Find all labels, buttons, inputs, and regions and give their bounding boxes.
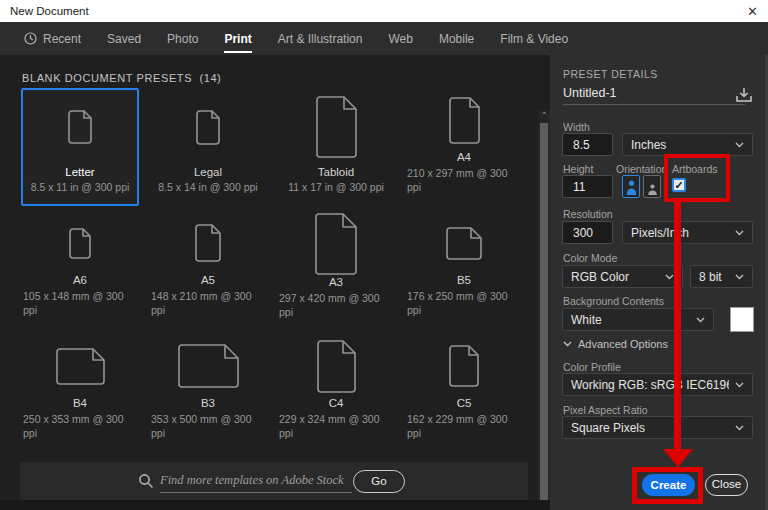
- page-icon: [407, 90, 521, 150]
- page-icon: [279, 213, 393, 275]
- tab-photo[interactable]: Photo: [167, 22, 198, 55]
- resolution-input[interactable]: 300: [562, 221, 613, 244]
- color-mode-label: Color Mode: [563, 252, 617, 264]
- tab-label: Mobile: [439, 32, 474, 46]
- save-preset-icon[interactable]: [734, 85, 754, 109]
- preset-card-tabloid[interactable]: Tabloid11 x 17 in @ 300 ppi: [277, 88, 395, 206]
- portrait-icon: [626, 180, 637, 195]
- landscape-icon: [647, 184, 658, 195]
- unit-dropdown[interactable]: Inches: [622, 133, 753, 156]
- width-input[interactable]: 8.5: [562, 133, 613, 156]
- preset-dims: 210 x 297 mm @ 300 ppi: [407, 166, 521, 195]
- preset-name: B5: [457, 273, 471, 289]
- tab-label: Recent: [43, 32, 81, 46]
- orientation-label: Orientation: [616, 163, 667, 175]
- preset-name: A3: [329, 275, 343, 291]
- scrollbar-vertical[interactable]: ⌃: [538, 111, 550, 510]
- tab-art-illustration[interactable]: Art & Illustration: [278, 22, 363, 55]
- chevron-down-icon: [735, 230, 744, 236]
- document-name-field[interactable]: Untitled-1: [563, 83, 745, 105]
- tab-label: Saved: [107, 32, 141, 46]
- color-profile-dropdown[interactable]: Working RGB: sRGB IEC61966-2.1: [562, 373, 753, 396]
- tab-label: Print: [224, 32, 251, 46]
- preset-card-c4[interactable]: C4229 x 324 mm @ 300 ppi: [277, 334, 395, 452]
- chevron-down-icon: [735, 382, 744, 388]
- chevron-down-icon: [735, 274, 744, 280]
- close-window-icon[interactable]: ✕: [747, 5, 758, 18]
- preset-details-panel: PRESET DETAILS Untitled-1 Width 8.5 Inch…: [550, 55, 768, 510]
- annotation-box-create: [632, 467, 703, 504]
- preset-dims: 353 x 500 mm @ 300 ppi: [151, 412, 265, 441]
- orientation-portrait-button[interactable]: [622, 175, 640, 198]
- preset-name: A6: [73, 273, 87, 289]
- tab-web[interactable]: Web: [388, 22, 412, 55]
- height-input[interactable]: 11: [562, 175, 613, 198]
- pixel-aspect-ratio-label: Pixel Aspect Ratio: [563, 404, 648, 416]
- tab-label: Photo: [167, 32, 198, 46]
- preset-card-b4[interactable]: B4250 x 353 mm @ 300 ppi: [21, 334, 139, 452]
- page-icon: [279, 336, 393, 396]
- color-mode-dropdown[interactable]: RGB Color: [562, 265, 683, 288]
- page-icon: [279, 90, 393, 165]
- bit-depth-dropdown[interactable]: 8 bit: [690, 265, 753, 288]
- preset-card-b5[interactable]: B5176 x 250 mm @ 300 ppi: [405, 211, 523, 329]
- unit-value: Inches: [631, 138, 666, 152]
- page-icon: [407, 213, 521, 273]
- preset-dims: 148 x 210 mm @ 300 ppi: [151, 289, 265, 318]
- chevron-down-icon: [735, 142, 744, 148]
- window-title: New Document: [10, 5, 89, 17]
- page-icon: [151, 213, 265, 273]
- page-icon: [23, 336, 137, 396]
- preset-dims: 297 x 420 mm @ 300 ppi: [279, 291, 393, 320]
- title-bar: New Document ✕: [0, 0, 768, 22]
- go-button[interactable]: Go: [353, 470, 405, 493]
- background-contents-dropdown[interactable]: White: [562, 308, 714, 331]
- tab-bar: RecentSavedPhotoPrintArt & IllustrationW…: [0, 22, 768, 55]
- page-icon: [23, 90, 137, 165]
- page-icon: [23, 213, 137, 273]
- orientation-landscape-button[interactable]: [643, 175, 661, 198]
- chevron-down-icon: [563, 341, 572, 347]
- scroll-up-icon[interactable]: ⌃: [540, 112, 548, 120]
- resolution-unit-dropdown[interactable]: Pixels/Inch: [622, 221, 753, 244]
- preset-card-a3[interactable]: A3297 x 420 mm @ 300 ppi: [277, 211, 395, 329]
- tab-film-video[interactable]: Film & Video: [500, 22, 568, 55]
- preset-card-letter[interactable]: Letter8.5 x 11 in @ 300 ppi: [21, 88, 139, 206]
- scrollbar-thumb[interactable]: [540, 123, 548, 510]
- tab-saved[interactable]: Saved: [107, 22, 141, 55]
- background-color-swatch[interactable]: [730, 307, 754, 332]
- presets-header: BLANK DOCUMENT PRESETS (14): [22, 72, 221, 84]
- pixel-aspect-ratio-dropdown[interactable]: Square Pixels: [562, 416, 753, 439]
- close-button[interactable]: Close: [705, 474, 748, 496]
- preset-card-legal[interactable]: Legal8.5 x 14 in @ 300 ppi: [149, 88, 267, 206]
- tab-label: Film & Video: [500, 32, 568, 46]
- tab-print[interactable]: Print: [224, 22, 251, 55]
- tab-label: Web: [388, 32, 412, 46]
- advanced-options-toggle[interactable]: Advanced Options: [563, 338, 668, 350]
- preset-card-a6[interactable]: A6105 x 148 mm @ 300 ppi: [21, 211, 139, 329]
- tab-mobile[interactable]: Mobile: [439, 22, 474, 55]
- preset-dims: 176 x 250 mm @ 300 ppi: [407, 289, 521, 318]
- annotation-box-artboards: [664, 154, 730, 202]
- background-contents-value: White: [571, 313, 602, 327]
- preset-card-b3[interactable]: B3353 x 500 mm @ 300 ppi: [149, 334, 267, 452]
- preset-dims: 250 x 353 mm @ 300 ppi: [23, 412, 137, 441]
- preset-card-a4[interactable]: A4210 x 297 mm @ 300 ppi: [405, 88, 523, 206]
- adobe-stock-search-bar: Go: [20, 462, 528, 500]
- preset-card-a5[interactable]: A5148 x 210 mm @ 300 ppi: [149, 211, 267, 329]
- tab-recent[interactable]: Recent: [24, 22, 81, 55]
- presets-count: (14): [199, 72, 221, 84]
- page-icon: [407, 336, 521, 396]
- preset-grid: Letter8.5 x 11 in @ 300 ppiLegal8.5 x 14…: [21, 88, 533, 457]
- page-icon: [151, 336, 265, 396]
- chevron-down-icon: [735, 425, 744, 431]
- width-label: Width: [563, 121, 590, 133]
- search-input[interactable]: [160, 469, 352, 493]
- advanced-options-label: Advanced Options: [578, 338, 668, 350]
- preset-name: C4: [329, 396, 344, 412]
- preset-name: Tabloid: [318, 165, 354, 181]
- pixel-aspect-ratio-value: Square Pixels: [571, 421, 645, 435]
- preset-card-c5[interactable]: C5162 x 229 mm @ 300 ppi: [405, 334, 523, 452]
- page-icon: [151, 90, 265, 165]
- preset-dims: 105 x 148 mm @ 300 ppi: [23, 289, 137, 318]
